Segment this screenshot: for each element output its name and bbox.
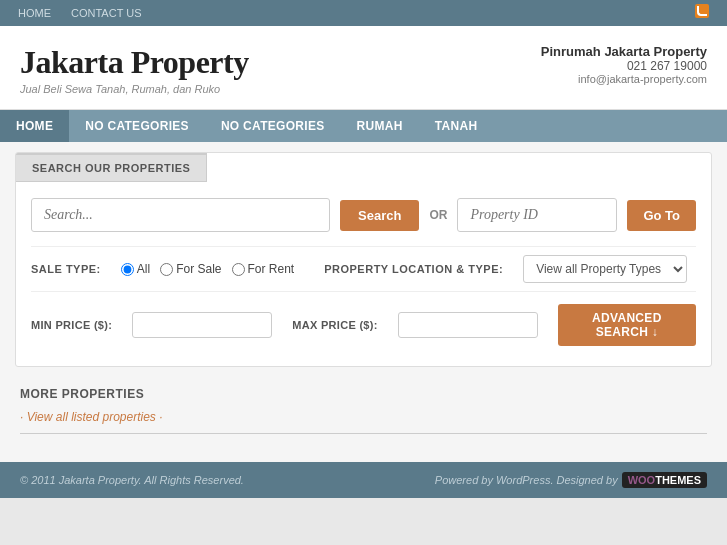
search-panel-tab-label: SEARCH OUR PROPERTIES <box>16 153 207 181</box>
price-row: MIN PRICE ($): MAX PRICE ($): ADVANCED S… <box>31 304 696 346</box>
header-contact: Pinrumah Jakarta Property 021 267 19000 … <box>541 44 707 85</box>
nav-contact-topbar[interactable]: CONTACT US <box>71 7 142 19</box>
goto-button[interactable]: Go To <box>627 200 696 231</box>
max-price-label: MAX PRICE ($): <box>292 319 377 331</box>
property-type-select[interactable]: View all Property Types <box>523 255 687 283</box>
max-price-input[interactable] <box>398 312 538 338</box>
sale-type-label: SALE TYPE: <box>31 263 101 275</box>
nav-item-nocategories1[interactable]: NO CATEGORIES <box>69 110 205 142</box>
content-area: SEARCH OUR PROPERTIES Search OR Go To SA… <box>0 142 727 462</box>
nav-home-topbar[interactable]: HOME <box>18 7 51 19</box>
phone: 021 267 19000 <box>541 59 707 73</box>
company-name: Pinrumah Jakarta Property <box>541 44 707 59</box>
branding: Jakarta Property Jual Beli Sewa Tanah, R… <box>20 44 249 95</box>
divider <box>20 433 707 434</box>
nav-item-nocategories2[interactable]: NO CATEGORIES <box>205 110 341 142</box>
main-wrapper: Jakarta Property Jual Beli Sewa Tanah, R… <box>0 26 727 498</box>
search-button[interactable]: Search <box>340 200 419 231</box>
main-nav: HOME NO CATEGORIES NO CATEGORIES RUMAH T… <box>0 110 727 142</box>
search-panel-body: Search OR Go To SALE TYPE: All For Sale <box>16 182 711 366</box>
radio-for-rent[interactable]: For Rent <box>232 262 295 276</box>
search-panel-tab: SEARCH OUR PROPERTIES <box>16 153 207 182</box>
nav-item-rumah[interactable]: RUMAH <box>341 110 419 142</box>
sale-type-radio-group: All For Sale For Rent <box>121 262 294 276</box>
search-row: Search OR Go To <box>31 198 696 232</box>
footer: © 2011 Jakarta Property. All Rights Rese… <box>0 462 727 498</box>
more-properties-section: MORE PROPERTIES · View all listed proper… <box>15 387 712 434</box>
woo-text: WOO <box>628 474 656 486</box>
search-input[interactable] <box>31 198 330 232</box>
rss-icon[interactable] <box>695 4 709 18</box>
woo-themes-badge: WOO THEMES <box>622 472 707 488</box>
email: info@jakarta-property.com <box>541 73 707 85</box>
radio-all[interactable]: All <box>121 262 150 276</box>
radio-for-sale-input[interactable] <box>160 263 173 276</box>
footer-copyright: © 2011 Jakarta Property. All Rights Rese… <box>20 474 244 486</box>
site-tagline: Jual Beli Sewa Tanah, Rumah, dan Ruko <box>20 83 249 95</box>
header: Jakarta Property Jual Beli Sewa Tanah, R… <box>0 26 727 110</box>
view-all-properties-link[interactable]: · View all listed properties · <box>20 410 163 424</box>
filter-row: SALE TYPE: All For Sale For Rent PROPERT… <box>31 246 696 292</box>
prop-loc-label: PROPERTY LOCATION & TYPE: <box>324 263 503 275</box>
nav-item-tanah[interactable]: TANAH <box>419 110 494 142</box>
footer-right: Powered by WordPress. Designed by WOO TH… <box>435 472 707 488</box>
radio-for-sale[interactable]: For Sale <box>160 262 221 276</box>
rss-icon-container <box>695 4 709 22</box>
site-title: Jakarta Property <box>20 44 249 81</box>
radio-all-input[interactable] <box>121 263 134 276</box>
radio-for-rent-input[interactable] <box>232 263 245 276</box>
advanced-search-button[interactable]: ADVANCED SEARCH ↓ <box>558 304 696 346</box>
search-panel: SEARCH OUR PROPERTIES Search OR Go To SA… <box>15 152 712 367</box>
footer-powered-text: Powered by WordPress. Designed by <box>435 474 618 486</box>
min-price-label: MIN PRICE ($): <box>31 319 112 331</box>
themes-text: THEMES <box>655 474 701 486</box>
property-id-input[interactable] <box>457 198 617 232</box>
more-properties-title: MORE PROPERTIES <box>20 387 707 401</box>
or-label: OR <box>429 208 447 222</box>
top-bar: HOME CONTACT US <box>0 0 727 26</box>
nav-item-home[interactable]: HOME <box>0 110 69 142</box>
min-price-input[interactable] <box>132 312 272 338</box>
